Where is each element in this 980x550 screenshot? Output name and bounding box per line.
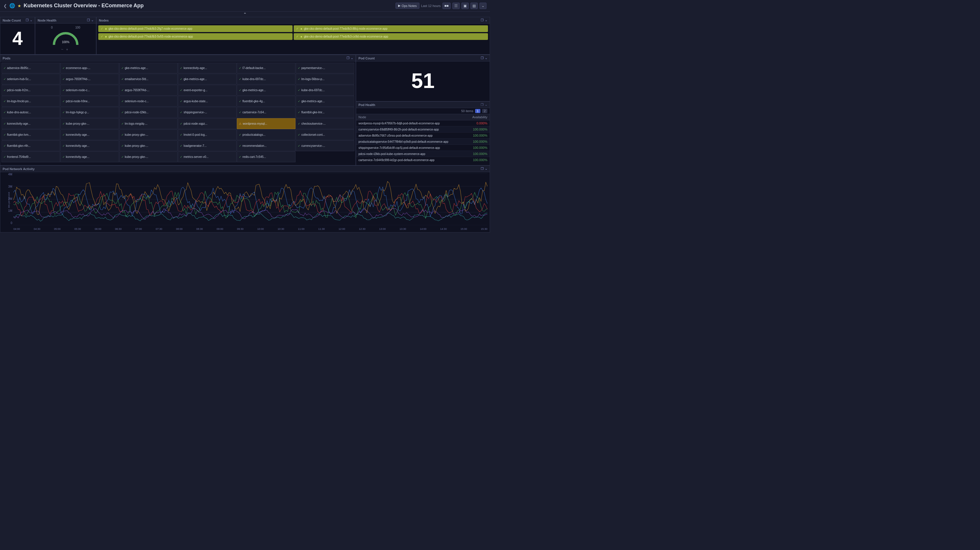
list-item[interactable]: ✓fluentbit-gke-r4h... — [2, 140, 60, 151]
list-item[interactable]: ✓adservice-8b95c... — [2, 63, 60, 73]
gauge-chart-icon[interactable]: ⏚ — [66, 48, 68, 51]
table-row[interactable]: wordpress-mysql-6c479567b-6djll-pod-defa… — [356, 120, 490, 127]
chevron-down-icon[interactable]: ⌄ — [485, 103, 487, 107]
pod-name: gke-metrics-age... — [125, 67, 148, 70]
chevron-down-icon[interactable]: ⌄ — [485, 56, 487, 60]
pod-name: fluentbit-gke-r4h... — [7, 144, 30, 147]
chevron-down-icon[interactable]: ⌄ — [485, 167, 487, 171]
ops-notes-button[interactable]: ▶ Ops Notes — [396, 3, 419, 9]
list-item[interactable]: ✓kube-proxy-gke-... — [119, 140, 178, 151]
list-item[interactable]: ✓emailservice-5fd... — [119, 74, 178, 84]
list-item[interactable]: ✓fluentbit-gke-lvm... — [2, 129, 60, 140]
list-item[interactable]: ✓gke-metrics-age... — [178, 74, 237, 84]
list-item[interactable]: ✓frontend-754bd9... — [2, 152, 60, 162]
list-item[interactable]: ✓gke-metrics-age... — [119, 63, 178, 73]
list-item[interactable]: ⚠wordpress-mysql... — [237, 118, 296, 129]
pod-health-table[interactable]: Node Availability wordpress-mysql-6c4795… — [356, 114, 490, 163]
star-icon[interactable]: ★ — [18, 3, 21, 8]
list-item[interactable]: ✓lm-logs-hpkgc-p... — [60, 107, 119, 118]
list-item[interactable]: ✓ ■ gke-cko-demo-default-pool-77edcfb3-2… — [98, 25, 293, 32]
expand-icon[interactable]: ❐ — [347, 56, 349, 60]
list-item[interactable]: ✓kube-proxy-gke-... — [119, 129, 178, 140]
list-item[interactable]: ✓metrics-server-v0... — [178, 152, 237, 162]
chevron-down-icon[interactable]: ⌄ — [91, 18, 94, 22]
items-count: 50 items — [461, 109, 473, 113]
check-icon: ✓ — [239, 67, 241, 70]
chevron-left-icon[interactable]: ❮ — [3, 3, 7, 8]
list-item[interactable]: ✓selenium-hub-5c... — [2, 74, 60, 84]
expand-icon[interactable]: ❐ — [480, 18, 484, 22]
list-item[interactable]: ✓lm-logs-fmckt-po... — [2, 96, 60, 107]
list-item[interactable]: ✓productcatalogs... — [237, 129, 296, 140]
list-item[interactable]: ✓pdcsi-node-t2lkb... — [119, 107, 178, 118]
table-row[interactable]: pdcsi-node-t2lkb-pod-kube-system-ecommer… — [356, 151, 490, 157]
table-row[interactable]: adservice-8b95c7667-z5nss-pod-default-ec… — [356, 133, 490, 139]
list-item[interactable]: ✓argus-7659f7f4d-... — [119, 85, 178, 95]
list-item[interactable]: ✓fluentbit-gke-4g... — [237, 96, 296, 107]
list-item[interactable]: ✓redis-cart-7c545... — [237, 152, 296, 162]
list-item[interactable]: ✓checkoutservice-... — [296, 118, 355, 129]
list-item[interactable]: ✓gke-metrics-age... — [296, 96, 355, 107]
list-item[interactable]: ✓lmotel-0-pod-log... — [178, 129, 237, 140]
list-item[interactable]: ✓konnectivity-age... — [60, 140, 119, 151]
table-row[interactable]: shippingservice-7c95d5dc8f-cqc5j-pod-def… — [356, 145, 490, 151]
chevron-down-button[interactable]: ⌄ — [479, 3, 487, 9]
check-icon: ✓ — [3, 122, 6, 125]
list-item[interactable]: ✓konnectivity-age... — [60, 129, 119, 140]
expand-icon[interactable]: ❐ — [480, 103, 484, 107]
list-item[interactable]: ✓cartservice-7c64... — [237, 107, 296, 118]
list-item[interactable]: ✓ ■ gke-cko-demo-default-pool-77edcfb3-c… — [294, 33, 488, 40]
list-item[interactable]: ✓collectorset-cont... — [296, 129, 355, 140]
list-item[interactable]: ✓konnectivity-age... — [178, 63, 237, 73]
chevron-down-icon[interactable]: ⌄ — [351, 56, 353, 60]
page-2-button[interactable]: 2 — [482, 109, 487, 113]
network-controls: ❐ ⌄ — [480, 167, 487, 171]
list-item[interactable]: ✓argus-7659f7f4d-... — [60, 74, 119, 84]
expand-icon[interactable]: ❐ — [480, 167, 484, 171]
table-view-button[interactable]: ☷ — [452, 3, 460, 9]
list-item[interactable]: ✓kube-proxy-gke-... — [119, 152, 178, 162]
list-item[interactable]: ✓lm-logs-56bsv-p... — [296, 74, 355, 84]
expand-icon[interactable]: ❐ — [480, 56, 484, 60]
list-item[interactable]: ✓event-exporter-g... — [178, 85, 237, 95]
list-item[interactable]: ✓selenium-node-c... — [60, 85, 119, 95]
list-item[interactable]: ✓l7-default-backe... — [237, 63, 296, 73]
chevron-down-icon[interactable]: ⌄ — [485, 18, 487, 22]
chevron-down-icon[interactable]: ⌄ — [30, 18, 32, 22]
list-item[interactable]: ✓pdcsi-node-fr2m... — [2, 85, 60, 95]
list-item[interactable]: ✓shippingservice-... — [178, 107, 237, 118]
list-item[interactable]: ✓lm-logs-mngdq-... — [119, 118, 178, 129]
list-item[interactable]: ✓ ■ gke-cko-demo-default-pool-77edcfb3-5… — [98, 33, 293, 40]
list-item[interactable]: ✓kube-proxy-gke-... — [60, 118, 119, 129]
list-item[interactable]: ✓ecommerce-app-... — [60, 63, 119, 73]
list-item[interactable]: ✓pdcsi-node-xqpz... — [178, 118, 237, 129]
list-item[interactable]: ✓kube-dns-autosc... — [2, 107, 60, 118]
list-item[interactable]: ✓recommendation... — [237, 140, 296, 151]
list-item[interactable]: ✓currencyservice-... — [296, 140, 355, 151]
list-item[interactable]: ✓konnectivity-age... — [2, 118, 60, 129]
collapse-bar[interactable]: ⌃ — [0, 12, 490, 17]
list-item[interactable]: ✓kube-dns-697dc... — [237, 74, 296, 84]
list-item[interactable]: ✓fluentbit-gke-lmr... — [296, 107, 355, 118]
list-item[interactable]: ✓ ■ gke-cko-demo-default-pool-77edcfb3-8… — [294, 25, 488, 32]
list-item[interactable]: ✓selenium-node-c... — [119, 96, 178, 107]
grid-view-button[interactable]: ■■ — [442, 3, 451, 9]
table-row[interactable]: productcatalogservice-54477f84bf-rp9x8-p… — [356, 139, 490, 145]
list-item[interactable]: ✓argus-kube-state... — [178, 96, 237, 107]
expand-icon[interactable]: ❐ — [25, 18, 29, 22]
check-icon: ✓ — [121, 67, 124, 70]
list-item[interactable]: ✓konnectivity-age... — [60, 152, 119, 162]
check-icon: ✓ — [298, 111, 300, 114]
table-row[interactable]: cartservice-7c6449c999-kt2gr-pod-default… — [356, 157, 490, 163]
table-row[interactable]: currencyservice-69d85ff49-86r2h-pod-defa… — [356, 127, 490, 133]
tv-view-button[interactable]: ▣ — [461, 3, 469, 9]
gauge-nav-left[interactable]: ← — [61, 48, 64, 51]
list-item[interactable]: ✓pdcsi-node-h9rw... — [60, 96, 119, 107]
page-1-button[interactable]: 1 — [475, 109, 480, 113]
list-item[interactable]: ✓gke-metrics-age... — [237, 85, 296, 95]
layout-view-button[interactable]: ▤ — [471, 3, 478, 9]
expand-icon[interactable]: ❐ — [87, 18, 90, 22]
list-item[interactable]: ✓paymentservice-... — [296, 63, 355, 73]
list-item[interactable]: ✓kube-dns-697dc... — [296, 85, 355, 95]
list-item[interactable]: ✓loadgenerator-7... — [178, 140, 237, 151]
